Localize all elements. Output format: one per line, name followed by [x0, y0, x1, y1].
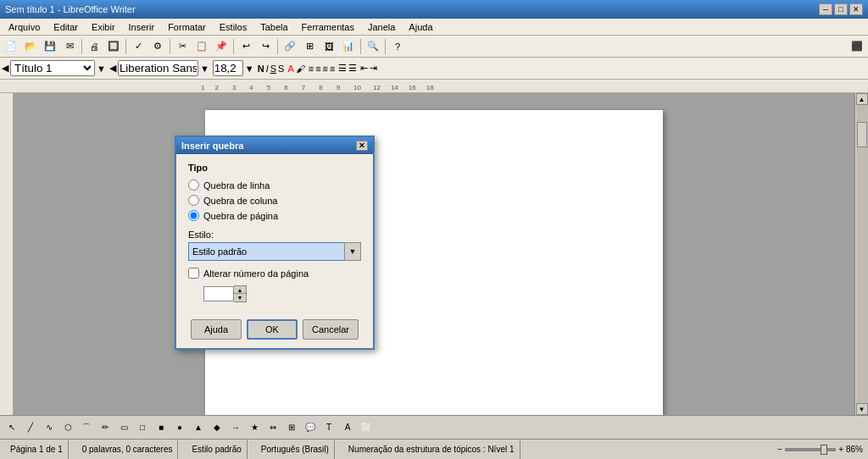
- page-info[interactable]: Página 1 de 1: [5, 440, 69, 459]
- shadow-button[interactable]: S: [278, 64, 284, 74]
- line-tool[interactable]: ╱: [22, 419, 39, 436]
- textbox-tool[interactable]: ▭: [115, 419, 132, 436]
- connector-tool[interactable]: ⇔: [264, 419, 281, 436]
- bold-button[interactable]: N: [258, 64, 264, 74]
- menu-ajuda[interactable]: Ajuda: [403, 20, 437, 34]
- estilo-input[interactable]: [188, 242, 361, 261]
- style-selector[interactable]: Título 1: [10, 60, 95, 76]
- font-size-dropdown[interactable]: ▼: [245, 64, 254, 74]
- menu-formatar[interactable]: Formatar: [163, 20, 211, 34]
- alterar-label[interactable]: Alterar número da página: [203, 268, 309, 279]
- polygon-tool[interactable]: ⬡: [59, 419, 76, 436]
- estilo-dropdown-button[interactable]: ▼: [344, 242, 361, 261]
- spin-up[interactable]: ▲: [234, 286, 246, 294]
- list-unordered[interactable]: ☰: [338, 63, 347, 74]
- zoom-in-icon[interactable]: +: [838, 445, 843, 454]
- diamond-tool[interactable]: ◆: [209, 419, 225, 436]
- paste-button[interactable]: 📌: [212, 37, 231, 56]
- list-ordered[interactable]: ☰: [348, 63, 357, 74]
- undo-button[interactable]: ↩: [236, 37, 255, 56]
- word-count[interactable]: 0 palavras, 0 caracteres: [77, 440, 179, 459]
- italic-button[interactable]: I: [266, 64, 269, 74]
- find-button[interactable]: 🔍: [364, 37, 382, 56]
- align-center[interactable]: ≡: [315, 64, 320, 74]
- chart-button[interactable]: 📊: [339, 37, 358, 56]
- email-button[interactable]: ✉: [60, 37, 79, 56]
- menu-janela[interactable]: Janela: [363, 20, 400, 34]
- ok-button[interactable]: OK: [247, 319, 298, 340]
- style-info[interactable]: Estilo padrão: [186, 440, 247, 459]
- save-button[interactable]: 💾: [41, 37, 59, 56]
- menu-inserir[interactable]: Inserir: [124, 20, 160, 34]
- hyperlink-button[interactable]: 🔗: [281, 37, 299, 56]
- print-button[interactable]: 🖨: [85, 37, 103, 56]
- menu-ferramentas[interactable]: Ferramentas: [297, 20, 359, 34]
- page-number-input[interactable]: [203, 286, 234, 301]
- flow-tool[interactable]: ⊞: [283, 419, 300, 436]
- menu-estilos[interactable]: Estilos: [214, 20, 252, 34]
- alterar-checkbox[interactable]: [188, 268, 199, 279]
- style-history-btn[interactable]: ◀: [2, 63, 8, 74]
- zoom-value[interactable]: 86%: [846, 445, 863, 454]
- align-right[interactable]: ≡: [323, 64, 328, 74]
- radio-pagina-label[interactable]: Quebra de página: [203, 211, 278, 221]
- indent-more[interactable]: ⇥: [370, 63, 377, 74]
- radio-coluna-label[interactable]: Quebra de coluna: [203, 196, 277, 206]
- help-button[interactable]: ?: [388, 37, 407, 56]
- open-button[interactable]: 📂: [21, 37, 40, 56]
- curve-tool[interactable]: ⌒: [78, 419, 95, 436]
- bezier-tool[interactable]: ∿: [41, 419, 58, 436]
- highlight-btn[interactable]: 🖌: [296, 64, 305, 74]
- text-insert-tool[interactable]: T: [320, 419, 337, 436]
- menu-exibir[interactable]: Exibir: [86, 20, 120, 34]
- extensions-button[interactable]: ⬛: [848, 37, 866, 56]
- autocorrect-button[interactable]: ⚙: [148, 37, 167, 56]
- fontcolor-btn[interactable]: A: [287, 64, 293, 74]
- table-button[interactable]: ⊞: [300, 37, 319, 56]
- circle-tool[interactable]: ●: [171, 419, 188, 436]
- cut-button[interactable]: ✂: [173, 37, 192, 56]
- indent-less[interactable]: ⇤: [360, 63, 368, 74]
- maximize-button[interactable]: □: [834, 3, 848, 15]
- callout-tool[interactable]: □: [134, 419, 151, 436]
- freeform-tool[interactable]: ✏: [97, 419, 114, 436]
- effects-tool[interactable]: ⬜: [358, 419, 375, 436]
- radio-quebra-coluna[interactable]: [188, 195, 199, 206]
- radio-linha-label[interactable]: Quebra de linha: [203, 180, 270, 191]
- underline-button[interactable]: S: [270, 64, 276, 74]
- menu-arquivo[interactable]: Arquivo: [3, 20, 45, 34]
- triangle-tool[interactable]: ▲: [190, 419, 207, 436]
- spin-down[interactable]: ▼: [234, 294, 246, 301]
- font-name-input[interactable]: [118, 60, 198, 76]
- menu-tabela[interactable]: Tabela: [255, 20, 292, 34]
- zoom-slider[interactable]: [785, 448, 836, 451]
- spellcheck-button[interactable]: ✓: [129, 37, 147, 56]
- radio-quebra-linha[interactable]: [188, 180, 199, 191]
- select-tool[interactable]: ↖: [3, 419, 20, 436]
- scroll-up-button[interactable]: ▲: [856, 93, 868, 105]
- scroll-down-button[interactable]: ▼: [856, 403, 868, 415]
- scroll-track[interactable]: [856, 105, 868, 403]
- redo-button[interactable]: ↪: [256, 37, 275, 56]
- align-justify[interactable]: ≡: [330, 64, 335, 74]
- fontwork-tool[interactable]: A: [339, 419, 356, 436]
- rect-tool[interactable]: ■: [153, 419, 170, 436]
- radio-quebra-pagina[interactable]: [188, 210, 199, 221]
- align-left[interactable]: ≡: [309, 64, 314, 74]
- star-tool[interactable]: ★: [246, 419, 263, 436]
- zoom-out-icon[interactable]: −: [777, 445, 782, 454]
- image-button[interactable]: 🖼: [320, 37, 338, 56]
- menu-editar[interactable]: Editar: [48, 20, 83, 34]
- style-dropdown[interactable]: ▼: [97, 64, 106, 74]
- cancelar-button[interactable]: Cancelar: [303, 319, 359, 340]
- new-button[interactable]: 📄: [2, 37, 20, 56]
- speech-tool[interactable]: 💬: [302, 419, 319, 436]
- font-size-input[interactable]: [213, 60, 243, 76]
- copy-button[interactable]: 📋: [192, 37, 211, 56]
- close-button[interactable]: ✕: [849, 3, 863, 15]
- arrow-tool[interactable]: →: [227, 419, 244, 436]
- font-clear-btn[interactable]: ◀: [109, 63, 116, 74]
- scroll-thumb[interactable]: [857, 122, 867, 147]
- font-dropdown[interactable]: ▼: [200, 64, 209, 74]
- preview-button[interactable]: 🔲: [104, 37, 123, 56]
